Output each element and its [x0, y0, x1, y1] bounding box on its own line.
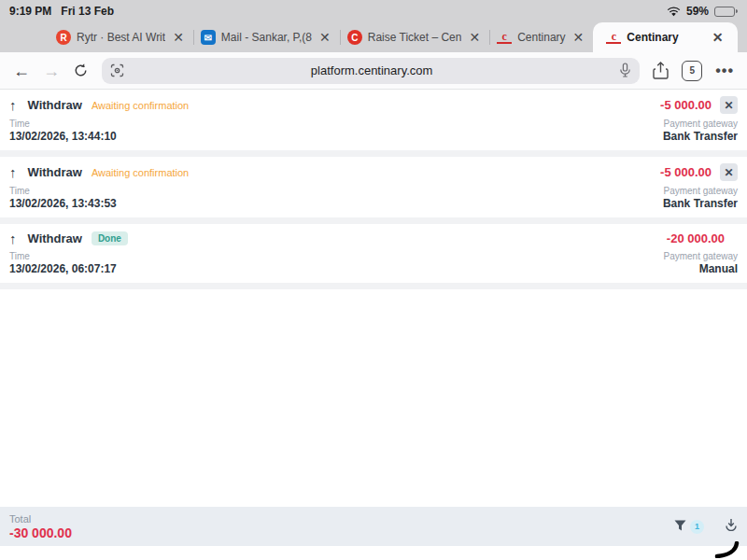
centinary-favicon-icon: c — [606, 31, 621, 44]
microphone-icon[interactable] — [619, 63, 631, 78]
transaction-type: Withdraw — [28, 231, 82, 245]
tab-close-icon[interactable]: ✕ — [571, 30, 586, 45]
tab-centinary[interactable]: c Centinary ✕ — [489, 22, 593, 52]
address-bar[interactable]: platform.centinary.com — [102, 58, 640, 84]
tab-title: Centinary — [627, 31, 678, 44]
status-time: 9:19 PM — [9, 5, 51, 18]
transaction-amount: -5 000.00 — [660, 98, 712, 112]
forward-button[interactable]: → — [43, 63, 60, 79]
tab-close-icon[interactable]: ✕ — [711, 30, 726, 45]
status-badge: Awaiting confirmation — [92, 100, 189, 111]
ticket-favicon-icon: C — [347, 30, 362, 45]
download-button[interactable] — [725, 518, 738, 535]
cancel-transaction-button[interactable]: ✕ — [720, 163, 738, 181]
page-scan-icon[interactable] — [110, 63, 124, 77]
more-menu-button[interactable]: ••• — [715, 63, 734, 79]
cancel-transaction-button[interactable]: ✕ — [720, 96, 738, 114]
time-label: Time — [9, 251, 117, 261]
outlook-favicon-icon: ✉ — [201, 30, 216, 45]
tab-raise-ticket[interactable]: C Raise Ticket – Cen ✕ — [340, 22, 489, 52]
total-label: Total — [9, 513, 72, 525]
transaction-type: Withdraw — [28, 165, 82, 179]
gateway-label: Payment gateway — [663, 186, 738, 196]
battery-percent: 59% — [686, 5, 709, 18]
tab-centinary-active[interactable]: c Centinary ✕ — [593, 22, 738, 52]
share-button[interactable] — [653, 62, 669, 80]
tab-title: Centinary — [517, 31, 565, 44]
gateway-label: Payment gateway — [664, 251, 739, 261]
tabs-overview-button[interactable]: 5 — [682, 61, 702, 81]
tab-close-icon[interactable]: ✕ — [467, 30, 482, 45]
transaction-list: ↑ Withdraw Awaiting confirmation -5 000.… — [0, 90, 747, 507]
tab-mail[interactable]: ✉ Mail - Sankar, P,(8 ✕ — [193, 22, 340, 52]
transaction-row[interactable]: ↑ Withdraw Awaiting confirmation -5 000.… — [0, 157, 747, 224]
gateway-value: Manual — [664, 262, 739, 275]
rytr-favicon-icon: R — [56, 30, 71, 45]
filter-count-badge: 1 — [690, 520, 704, 534]
time-value: 13/02/2026, 13:43:53 — [9, 197, 117, 210]
status-badge: Awaiting confirmation — [92, 167, 189, 178]
tab-close-icon[interactable]: ✕ — [171, 30, 186, 45]
time-label: Time — [9, 119, 117, 129]
status-badge: Done — [92, 231, 128, 245]
time-label: Time — [9, 186, 117, 196]
status-date: Fri 13 Feb — [61, 5, 114, 18]
withdraw-arrow-icon: ↑ — [9, 231, 17, 246]
transaction-amount: -5 000.00 — [660, 165, 712, 179]
withdraw-arrow-icon: ↑ — [9, 164, 17, 180]
battery-icon — [714, 7, 738, 17]
total-bar: Total -30 000.00 1 — [0, 507, 747, 546]
url-text[interactable]: platform.centinary.com — [132, 63, 612, 77]
bottom-strip — [0, 546, 747, 560]
tab-close-icon[interactable]: ✕ — [317, 30, 332, 45]
browser-toolbar: ← → platform.centinary.com 5 •• — [0, 52, 747, 90]
tab-title: Raise Ticket – Cen — [368, 31, 462, 44]
filter-button[interactable]: 1 — [674, 518, 704, 535]
reload-button[interactable] — [73, 63, 89, 78]
tab-rytr[interactable]: R Rytr · Best AI Writ ✕ — [49, 22, 193, 52]
withdraw-arrow-icon: ↑ — [9, 97, 17, 113]
transaction-row[interactable]: ↑ Withdraw Awaiting confirmation -5 000.… — [0, 90, 747, 157]
tab-title: Mail - Sankar, P,(8 — [221, 31, 312, 44]
filter-funnel-icon — [674, 518, 686, 535]
time-value: 13/02/2026, 06:07:17 — [9, 262, 117, 275]
transaction-row[interactable]: ↑ Withdraw Done -20 000.00 Time 13/02/20… — [0, 224, 747, 289]
transaction-type: Withdraw — [28, 98, 82, 112]
tab-strip: R Rytr · Best AI Writ ✕ ✉ Mail - Sankar,… — [0, 22, 747, 52]
gateway-value: Bank Transfer — [663, 197, 738, 210]
gateway-value: Bank Transfer — [663, 130, 738, 143]
corner-curve-mark — [704, 541, 740, 560]
time-value: 13/02/2026, 13:44:10 — [9, 130, 117, 143]
wifi-icon — [667, 7, 681, 17]
tab-title: Rytr · Best AI Writ — [77, 31, 165, 44]
status-bar: 9:19 PM Fri 13 Feb 59% — [0, 0, 747, 22]
back-button[interactable]: ← — [13, 63, 30, 79]
total-value: -30 000.00 — [9, 525, 72, 540]
centinary-favicon-icon: c — [497, 31, 512, 44]
gateway-label: Payment gateway — [663, 119, 738, 129]
transaction-amount: -20 000.00 — [667, 231, 725, 245]
